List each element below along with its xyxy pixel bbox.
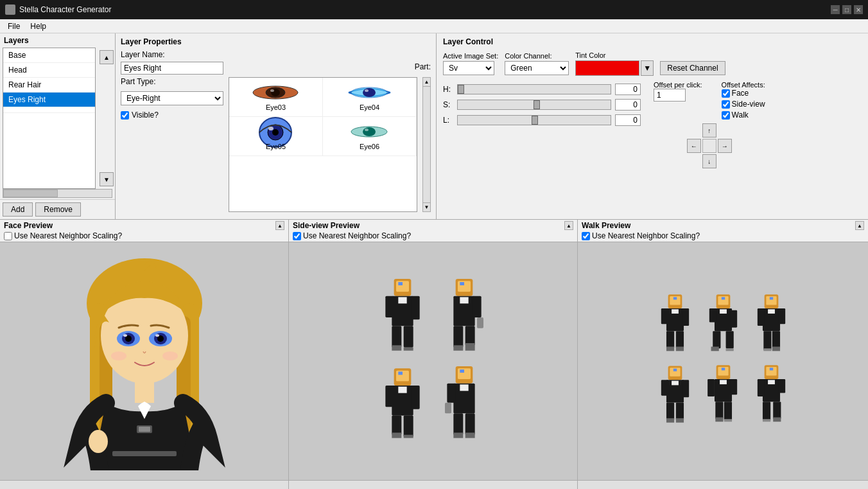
svg-point-3	[270, 89, 274, 92]
svg-rect-116	[672, 381, 679, 386]
offset-face-checkbox[interactable]	[722, 89, 730, 98]
part-type-select[interactable]: Eye-Right	[121, 91, 223, 105]
svg-rect-41	[411, 296, 419, 320]
face-preview-title: Face Preview	[4, 221, 53, 230]
svg-rect-81	[673, 297, 676, 299]
part-grid-scrollbar[interactable]: ▲ ▼	[422, 77, 431, 212]
side-scroll-up[interactable]: ▲	[564, 221, 573, 230]
menu-file[interactable]: File	[3, 21, 25, 32]
offset-face-label: Face	[722, 89, 765, 98]
h-slider[interactable]	[457, 84, 611, 94]
side-nearest-neighbor-checkbox[interactable]	[293, 232, 301, 240]
walk-nearest-neighbor-checkbox[interactable]	[582, 232, 590, 240]
offset-left-button[interactable]: ←	[687, 139, 701, 153]
offset-per-click-input[interactable]	[654, 89, 686, 102]
part-cell-eye05[interactable]: Eye05	[229, 117, 323, 156]
h-value-input[interactable]	[615, 84, 641, 95]
svg-rect-84	[661, 308, 668, 324]
walk-scroll-up[interactable]: ▲	[855, 221, 864, 230]
side-sprite-4	[438, 366, 490, 443]
walk-preview-header: Walk Preview ▲ Use Nearest Neighbor Scal…	[578, 220, 868, 242]
offset-sideview-checkbox[interactable]	[722, 100, 730, 109]
s-value-input[interactable]	[615, 99, 641, 111]
part-cell-eye06[interactable]: Eye06	[323, 117, 417, 156]
offset-down-button[interactable]: ↓	[702, 154, 716, 168]
svg-point-9	[272, 129, 279, 136]
svg-point-29	[162, 351, 178, 360]
svg-rect-64	[392, 416, 401, 435]
svg-rect-75	[453, 413, 463, 434]
face-scroll-up[interactable]: ▲	[275, 221, 284, 230]
s-slider[interactable]	[457, 100, 611, 110]
l-slider-row: L:	[443, 114, 641, 126]
svg-point-33	[89, 430, 108, 453]
offset-up-button[interactable]: ↑	[702, 123, 716, 138]
layer-properties-panel: Layer Properties Layer Name: Part: Part …	[116, 33, 437, 219]
offset-walk-checkbox[interactable]	[722, 111, 730, 120]
part-cell-eye03[interactable]: Eye03	[229, 78, 323, 117]
walk-preview-body	[578, 242, 868, 480]
svg-rect-70	[460, 369, 464, 373]
tint-color-swatch[interactable]	[575, 60, 639, 76]
reset-channel-button[interactable]: Reset Channel	[660, 61, 725, 75]
menu-help[interactable]: Help	[25, 21, 51, 32]
side-hscrollbar[interactable]	[289, 480, 577, 489]
s-label: S:	[443, 100, 453, 109]
svg-rect-97	[713, 331, 720, 348]
layer-item-rear-hair[interactable]: Rear Hair	[3, 78, 95, 93]
face-preview-body	[0, 242, 288, 480]
svg-rect-141	[762, 402, 770, 421]
layer-item-head[interactable]: Head	[3, 63, 95, 78]
color-channel-select[interactable]: Green Red Blue Alpha	[505, 61, 569, 75]
layer-item-eyes-right[interactable]: Eyes Right	[3, 93, 95, 107]
l-slider[interactable]	[457, 115, 611, 125]
svg-rect-44	[392, 345, 401, 350]
svg-rect-76	[465, 413, 474, 434]
s-slider-row: S:	[443, 99, 641, 111]
walk-preview-title: Walk Preview	[582, 221, 630, 230]
svg-rect-73	[447, 384, 455, 403]
maximize-button[interactable]: □	[842, 5, 851, 14]
sliders-and-offset: H: S: L:	[443, 81, 862, 168]
svg-point-6	[365, 89, 369, 92]
offset-right-button[interactable]: →	[718, 139, 732, 153]
face-hscrollbar[interactable]	[0, 480, 288, 489]
close-button[interactable]: ✕	[854, 5, 863, 14]
layers-hscrollbar[interactable]	[3, 189, 112, 198]
face-character-svg	[55, 252, 234, 470]
svg-rect-39	[398, 297, 406, 303]
layer-down-button[interactable]: ▼	[100, 172, 114, 186]
l-value-input[interactable]	[615, 114, 641, 126]
offset-per-click-label: Offset per click:	[654, 81, 702, 89]
svg-rect-143	[762, 419, 770, 422]
walk-hscrollbar[interactable]	[578, 480, 868, 489]
svg-rect-133	[724, 419, 731, 422]
visible-checkbox[interactable]	[121, 111, 129, 120]
remove-layer-button[interactable]: Remove	[35, 202, 81, 217]
svg-point-13	[365, 129, 369, 131]
layer-item-front[interactable]	[3, 107, 95, 113]
layers-bottom: Add Remove	[0, 199, 115, 219]
part-grid: Eye03	[229, 78, 417, 156]
layer-item-base[interactable]: Base	[3, 48, 95, 63]
eye05-label: Eye05	[266, 143, 286, 150]
tint-color-dropdown-arrow[interactable]: ▼	[641, 60, 654, 76]
active-image-set-select[interactable]: Sv Face Walk	[443, 61, 494, 75]
minimize-button[interactable]: ─	[831, 5, 840, 14]
part-cell-eye04[interactable]: Eye04	[323, 78, 417, 117]
svg-rect-125	[721, 368, 724, 370]
visible-row: Visible?	[121, 111, 223, 120]
face-nearest-neighbor-checkbox[interactable]	[4, 232, 12, 240]
walk-preview-panel: Walk Preview ▲ Use Nearest Neighbor Scal…	[578, 220, 868, 489]
tint-color-picker-row: ▼	[575, 60, 654, 76]
svg-point-10	[268, 127, 273, 130]
add-layer-button[interactable]: Add	[3, 202, 33, 217]
svg-rect-53	[453, 326, 463, 347]
offset-sideview-label: Side-view	[722, 100, 765, 109]
layer-up-button[interactable]: ▲	[100, 50, 114, 64]
layer-name-input[interactable]	[121, 62, 223, 75]
svg-rect-50	[460, 297, 468, 303]
svg-rect-72	[460, 384, 468, 391]
svg-rect-96	[730, 310, 737, 328]
svg-rect-142	[773, 402, 781, 419]
